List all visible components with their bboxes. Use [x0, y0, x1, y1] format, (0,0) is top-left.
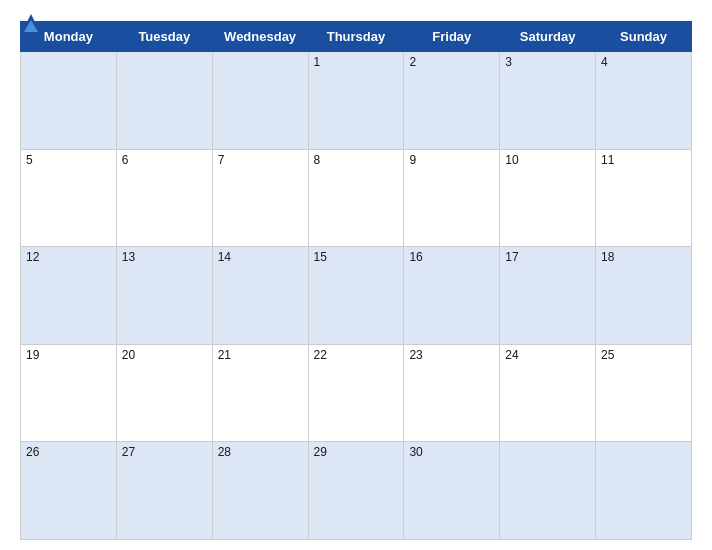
calendar-cell: 30: [404, 442, 500, 540]
day-number: 29: [314, 445, 327, 459]
day-number: 23: [409, 348, 422, 362]
calendar-cell: 25: [596, 344, 692, 442]
day-header-sunday: Sunday: [596, 22, 692, 52]
calendar-cell: 3: [500, 52, 596, 150]
day-number: 19: [26, 348, 39, 362]
week-row-4: 19202122232425: [21, 344, 692, 442]
logo: [20, 14, 40, 36]
day-number: 1: [314, 55, 321, 69]
day-number: 10: [505, 153, 518, 167]
calendar-cell: 19: [21, 344, 117, 442]
calendar-cell: 7: [212, 149, 308, 247]
day-number: 13: [122, 250, 135, 264]
day-number: 4: [601, 55, 608, 69]
day-header-saturday: Saturday: [500, 22, 596, 52]
calendar-cell: 16: [404, 247, 500, 345]
calendar-cell: 18: [596, 247, 692, 345]
calendar-cell: 12: [21, 247, 117, 345]
calendar-cell: 8: [308, 149, 404, 247]
day-number: 3: [505, 55, 512, 69]
calendar-cell: 9: [404, 149, 500, 247]
logo-triangle-icon: [22, 14, 40, 36]
day-number: 22: [314, 348, 327, 362]
day-number: 28: [218, 445, 231, 459]
calendar-cell: 10: [500, 149, 596, 247]
day-number: 14: [218, 250, 231, 264]
week-row-2: 567891011: [21, 149, 692, 247]
calendar-cell: [500, 442, 596, 540]
calendar-cell: 20: [116, 344, 212, 442]
calendar-cell: [116, 52, 212, 150]
day-number: 20: [122, 348, 135, 362]
day-number: 24: [505, 348, 518, 362]
calendar-cell: [596, 442, 692, 540]
day-header-wednesday: Wednesday: [212, 22, 308, 52]
calendar-cell: [21, 52, 117, 150]
week-row-5: 2627282930: [21, 442, 692, 540]
day-number: 6: [122, 153, 129, 167]
calendar-cell: 17: [500, 247, 596, 345]
calendar-table: MondayTuesdayWednesdayThursdayFridaySatu…: [20, 21, 692, 540]
day-number: 8: [314, 153, 321, 167]
day-number: 7: [218, 153, 225, 167]
calendar-cell: 27: [116, 442, 212, 540]
day-number: 5: [26, 153, 33, 167]
day-number: 12: [26, 250, 39, 264]
calendar-header: [20, 10, 692, 15]
calendar-cell: 2: [404, 52, 500, 150]
calendar-cell: 21: [212, 344, 308, 442]
day-number: 17: [505, 250, 518, 264]
day-number: 30: [409, 445, 422, 459]
calendar-cell: 5: [21, 149, 117, 247]
days-header-row: MondayTuesdayWednesdayThursdayFridaySatu…: [21, 22, 692, 52]
day-number: 2: [409, 55, 416, 69]
calendar-cell: 22: [308, 344, 404, 442]
day-header-tuesday: Tuesday: [116, 22, 212, 52]
calendar-cell: [212, 52, 308, 150]
day-number: 16: [409, 250, 422, 264]
day-number: 25: [601, 348, 614, 362]
day-number: 18: [601, 250, 614, 264]
week-row-3: 12131415161718: [21, 247, 692, 345]
calendar-cell: 15: [308, 247, 404, 345]
day-number: 15: [314, 250, 327, 264]
calendar-cell: 26: [21, 442, 117, 540]
calendar-body: 1234567891011121314151617181920212223242…: [21, 52, 692, 540]
calendar-cell: 13: [116, 247, 212, 345]
calendar-cell: 6: [116, 149, 212, 247]
calendar-cell: 1: [308, 52, 404, 150]
calendar-cell: 23: [404, 344, 500, 442]
day-number: 21: [218, 348, 231, 362]
day-number: 27: [122, 445, 135, 459]
calendar-cell: 11: [596, 149, 692, 247]
day-number: 9: [409, 153, 416, 167]
day-number: 11: [601, 153, 614, 167]
calendar-cell: 28: [212, 442, 308, 540]
day-header-friday: Friday: [404, 22, 500, 52]
day-number: 26: [26, 445, 39, 459]
calendar-cell: 24: [500, 344, 596, 442]
week-row-1: 1234: [21, 52, 692, 150]
day-header-thursday: Thursday: [308, 22, 404, 52]
calendar-cell: 29: [308, 442, 404, 540]
calendar-cell: 4: [596, 52, 692, 150]
calendar-cell: 14: [212, 247, 308, 345]
